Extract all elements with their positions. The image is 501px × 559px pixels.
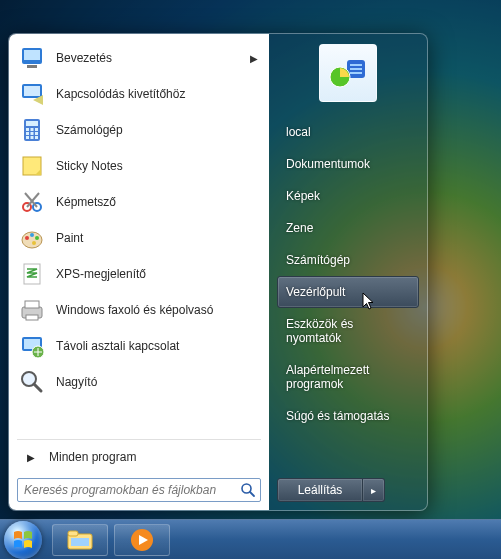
svg-rect-8: [26, 128, 29, 131]
svg-rect-11: [26, 132, 29, 135]
svg-rect-43: [350, 64, 362, 66]
taskbar-button-media-player[interactable]: [114, 524, 170, 556]
program-item-remote-desktop[interactable]: Távoli asztali kapcsolat: [11, 328, 267, 364]
svg-rect-45: [350, 72, 362, 74]
search-icon: [240, 482, 256, 498]
right-link-local[interactable]: local: [277, 116, 419, 148]
shutdown-options-button[interactable]: ▸: [363, 478, 385, 502]
svg-rect-44: [350, 68, 362, 70]
search-input[interactable]: [17, 478, 261, 502]
program-label: Bevezetés: [56, 51, 112, 65]
right-link-eszk-z-k-s-nyomtat-k[interactable]: Eszközök és nyomtatók: [277, 308, 419, 354]
program-item-paint[interactable]: Paint: [11, 220, 267, 256]
sticky-notes-icon: [18, 152, 46, 180]
shutdown-label: Leállítás: [298, 483, 343, 497]
svg-rect-12: [31, 132, 34, 135]
windows-logo-icon: [12, 529, 34, 551]
svg-line-41: [250, 492, 254, 496]
right-link-zene[interactable]: Zene: [277, 212, 419, 244]
taskbar-buttons: [52, 524, 170, 556]
svg-line-39: [34, 384, 41, 391]
media-player-icon: [130, 528, 154, 552]
svg-point-26: [35, 236, 39, 240]
svg-rect-16: [35, 136, 38, 139]
program-item-fax-scan[interactable]: Windows faxoló és képolvasó: [11, 292, 267, 328]
program-label: XPS-megjelenítő: [56, 267, 146, 281]
start-menu: Bevezetés▶Kapcsolódás kivetítőhözSzámoló…: [8, 33, 428, 511]
taskbar-button-explorer[interactable]: [52, 524, 108, 556]
svg-point-24: [25, 236, 29, 240]
shutdown-group: Leállítás ▸: [277, 478, 419, 502]
svg-rect-15: [31, 136, 34, 139]
right-link-sz-m-t-g-p[interactable]: Számítógép: [277, 244, 419, 276]
search-row: [11, 472, 267, 504]
shutdown-button[interactable]: Leállítás: [277, 478, 363, 502]
program-label: Képmetsző: [56, 195, 116, 209]
program-item-xps-viewer[interactable]: XPS-megjelenítő: [11, 256, 267, 292]
right-link-s-g-s-t-mogat-s[interactable]: Súgó és támogatás: [277, 400, 419, 432]
program-list: Bevezetés▶Kapcsolódás kivetítőhözSzámoló…: [11, 40, 267, 437]
svg-rect-2: [27, 65, 37, 68]
right-link-alap-rtelmezett-programok[interactable]: Alapértelmezett programok: [277, 354, 419, 400]
remote-desktop-icon: [18, 332, 46, 360]
svg-point-27: [32, 241, 36, 245]
svg-rect-14: [26, 136, 29, 139]
svg-rect-10: [35, 128, 38, 131]
svg-rect-30: [25, 301, 39, 308]
right-link-vez-rl-pult[interactable]: Vezérlőpult: [277, 276, 419, 308]
svg-point-25: [30, 233, 34, 237]
program-label: Számológép: [56, 123, 123, 137]
program-item-projector[interactable]: Kapcsolódás kivetítőhöz: [11, 76, 267, 112]
snipping-tool-icon: [18, 188, 46, 216]
calculator-icon: [18, 116, 46, 144]
magnifier-icon: [18, 368, 46, 396]
svg-rect-28: [24, 264, 40, 284]
program-label: Paint: [56, 231, 83, 245]
program-label: Windows faxoló és képolvasó: [56, 303, 213, 317]
start-button[interactable]: [4, 521, 42, 559]
user-picture-frame[interactable]: [319, 44, 377, 102]
svg-rect-31: [26, 315, 38, 320]
program-item-sticky-notes[interactable]: Sticky Notes: [11, 148, 267, 184]
svg-rect-4: [24, 86, 40, 96]
svg-rect-13: [35, 132, 38, 135]
control-panel-icon: [327, 52, 369, 94]
triangle-right-icon: ▶: [27, 452, 35, 463]
all-programs-button[interactable]: ▶ Minden program: [11, 442, 267, 472]
right-link-list: localDokumentumokKépekZeneSzámítógépVezé…: [277, 116, 419, 432]
program-item-magnifier[interactable]: Nagyító: [11, 364, 267, 400]
start-menu-right-pane: localDokumentumokKépekZeneSzámítógépVezé…: [269, 34, 427, 510]
triangle-right-icon: ▸: [371, 485, 376, 496]
fax-scan-icon: [18, 296, 46, 324]
svg-rect-9: [31, 128, 34, 131]
program-label: Sticky Notes: [56, 159, 123, 173]
taskbar: [0, 519, 501, 559]
svg-rect-1: [24, 50, 40, 60]
program-item-calculator[interactable]: Számológép: [11, 112, 267, 148]
right-link-k-pek[interactable]: Képek: [277, 180, 419, 212]
paint-icon: [18, 224, 46, 252]
program-item-getting-started[interactable]: Bevezetés▶: [11, 40, 267, 76]
divider: [17, 439, 261, 440]
getting-started-icon: [18, 44, 46, 72]
projector-icon: [18, 80, 46, 108]
start-menu-left-pane: Bevezetés▶Kapcsolódás kivetítőhözSzámoló…: [9, 34, 269, 510]
program-item-snipping-tool[interactable]: Képmetsző: [11, 184, 267, 220]
explorer-icon: [66, 529, 94, 551]
program-label: Nagyító: [56, 375, 97, 389]
all-programs-label: Minden program: [49, 450, 136, 464]
program-label: Kapcsolódás kivetítőhöz: [56, 87, 185, 101]
xps-viewer-icon: [18, 260, 46, 288]
program-label: Távoli asztali kapcsolat: [56, 339, 179, 353]
svg-rect-50: [71, 538, 89, 546]
svg-rect-7: [26, 121, 38, 126]
right-link-dokumentumok[interactable]: Dokumentumok: [277, 148, 419, 180]
submenu-arrow-icon: ▶: [250, 53, 258, 64]
svg-rect-49: [68, 531, 78, 536]
